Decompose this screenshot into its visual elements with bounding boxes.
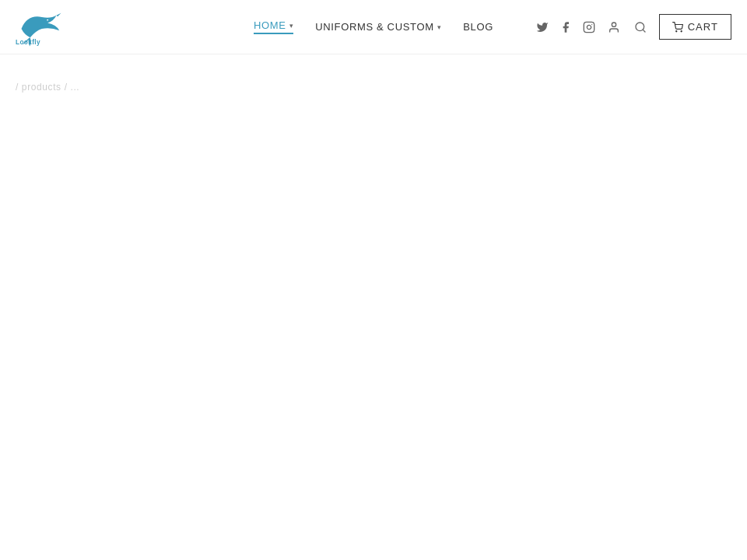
svg-point-0 — [47, 19, 49, 21]
instagram-icon[interactable] — [583, 21, 595, 33]
nav-uniforms[interactable]: UNIFORMS & CUSTOM ▾ — [315, 21, 441, 33]
logo-icon: Lookfly — [16, 8, 62, 47]
cart-button[interactable]: CART — [659, 14, 731, 40]
page-breadcrumb: / products / ... — [16, 82, 79, 93]
site-header: Lookfly HOME ▾ UNIFORMS & CUSTOM ▾ BLOG — [0, 0, 747, 54]
breadcrumb-area: / products / ... — [0, 70, 747, 103]
svg-point-7 — [675, 30, 676, 31]
svg-rect-2 — [584, 22, 594, 32]
svg-line-6 — [643, 30, 645, 32]
svg-text:Lookfly: Lookfly — [16, 39, 40, 46]
logo-area[interactable]: Lookfly — [16, 8, 62, 47]
nav-home[interactable]: HOME ▾ — [254, 19, 293, 34]
main-content: / products / ... — [0, 54, 747, 560]
account-icon[interactable] — [606, 19, 622, 35]
svg-point-8 — [681, 30, 682, 31]
svg-point-4 — [612, 23, 615, 26]
nav-blog[interactable]: BLOG — [463, 21, 493, 33]
search-icon[interactable] — [633, 19, 648, 35]
main-nav: HOME ▾ UNIFORMS & CUSTOM ▾ BLOG — [254, 19, 493, 34]
uniforms-arrow: ▾ — [437, 23, 442, 31]
twitter-icon[interactable] — [536, 21, 549, 33]
home-arrow: ▾ — [289, 22, 294, 30]
cart-icon — [672, 22, 683, 33]
header-right: CART — [536, 14, 731, 40]
facebook-icon[interactable] — [559, 21, 572, 33]
